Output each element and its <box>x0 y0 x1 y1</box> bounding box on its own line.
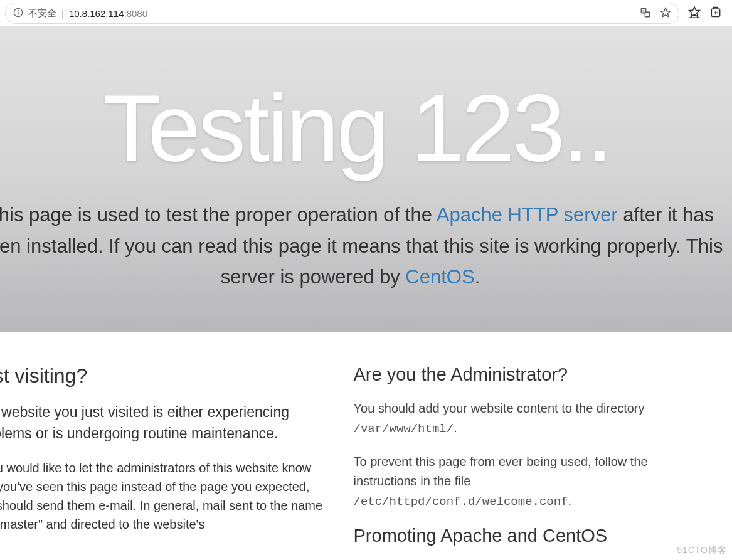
translate-icon[interactable]: あ <box>640 7 651 20</box>
svg-text:あ: あ <box>642 9 645 13</box>
svg-point-2 <box>18 10 19 11</box>
hero-description: This page is used to test the proper ope… <box>0 199 732 293</box>
centos-link[interactable]: CentOS <box>405 266 474 288</box>
page-title: Testing 123.. <box>0 80 732 176</box>
visitor-paragraph-1: The website you just visited is either e… <box>0 401 324 445</box>
toolbar-icons <box>683 6 727 21</box>
separator: | <box>61 8 64 19</box>
admin-paragraph-2: To prevent this page from ever being use… <box>354 452 686 511</box>
collections-icon[interactable] <box>709 6 722 21</box>
address-bar[interactable]: 不安全 | 10.8.162.114:8080 あ <box>5 3 679 24</box>
url-host: 10.8.162.114 <box>69 8 124 19</box>
apache-link[interactable]: Apache HTTP server <box>437 204 618 226</box>
admin-paragraph-1: You should add your website content to t… <box>354 399 686 438</box>
svg-marker-7 <box>689 7 700 17</box>
promoting-heading: Promoting Apache and CentOS <box>354 526 686 546</box>
visitor-column: Just visiting? The website you just visi… <box>0 364 339 560</box>
watermark-text: 51CTO博客 <box>677 545 727 556</box>
url-text: 10.8.162.114:8080 <box>69 8 147 19</box>
info-icon[interactable] <box>13 8 23 19</box>
insecure-label: 不安全 <box>28 8 56 19</box>
admin-heading: Are you the Administrator? <box>354 364 686 385</box>
visitor-heading: Just visiting? <box>0 364 324 388</box>
docroot-path: /var/www/html/ <box>354 422 454 436</box>
visitor-paragraph-2: If you would like to let the administrat… <box>0 458 324 534</box>
browser-address-bar-row: 不安全 | 10.8.162.114:8080 あ <box>0 0 732 26</box>
bookmark-star-icon[interactable] <box>660 7 671 20</box>
url-port: :8080 <box>124 8 148 19</box>
welcome-conf-path: /etc/httpd/conf.d/welcome.conf <box>354 495 568 509</box>
admin-column: Are you the Administrator? You should ad… <box>339 364 705 560</box>
hero-banner: Testing 123.. This page is used to test … <box>0 26 732 332</box>
favorites-icon[interactable] <box>688 6 701 21</box>
svg-marker-6 <box>661 8 671 16</box>
content-columns: Just visiting? The website you just visi… <box>0 332 732 560</box>
